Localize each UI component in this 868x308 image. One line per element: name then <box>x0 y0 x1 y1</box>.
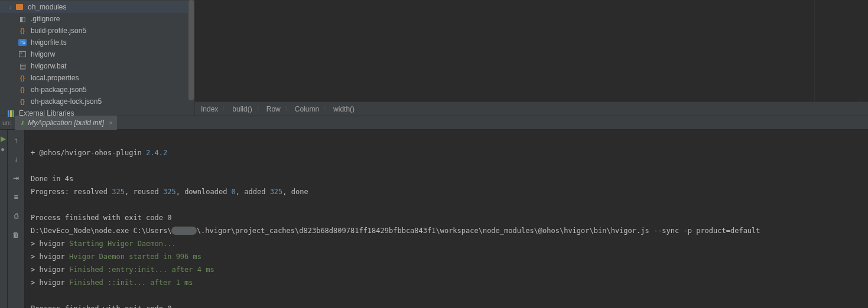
json-icon: {} <box>18 86 27 94</box>
json-icon: {} <box>18 74 27 82</box>
tree-file-oh-package[interactable]: {} oh-package.json5 <box>0 84 194 96</box>
project-sidebar: › oh_modules ◧ .gitignore {} build-profi… <box>0 0 195 116</box>
tree-label: build-profile.json5 <box>31 27 86 35</box>
console-toolbar: ↑ ↓ ⇥ ≡ ⎙ 🗑 <box>7 130 25 308</box>
tree-label: hvigorw.bat <box>31 62 67 70</box>
console-line: D:\DevEco_Node\node.exe C:\Users\xx\.hvi… <box>31 227 760 235</box>
editor-split-divider[interactable] <box>814 0 815 101</box>
run-tab-label: MyApplication [build init] <box>28 119 104 127</box>
chevron-right-icon: 〉 <box>285 105 291 113</box>
json-icon: {} <box>18 97 27 106</box>
json-icon: {} <box>18 27 27 35</box>
ts-icon: TS <box>18 38 27 47</box>
tree-label: .gitignore <box>31 15 60 23</box>
tree-file-gitignore[interactable]: ◧ .gitignore <box>0 13 194 25</box>
chevron-right-icon: 〉 <box>222 105 228 113</box>
play-icon[interactable]: ▶ <box>1 135 6 140</box>
tree-file-hvigorfile[interactable]: TS hvigorfile.ts <box>0 37 194 48</box>
folder-icon <box>15 3 24 11</box>
breadcrumb-item[interactable]: Column <box>295 105 319 113</box>
console-line: > hvigor Finished ::init... after 1 ms <box>31 278 193 287</box>
soft-wrap-icon[interactable]: ≡ <box>11 192 21 202</box>
redacted: xx <box>171 227 196 235</box>
terminal-icon <box>18 50 27 58</box>
tree-file-local-properties[interactable]: {} local.properties <box>0 72 194 84</box>
tree-label: hvigorfile.ts <box>31 38 67 47</box>
console-line: + @ohos/hvigor-ohos-plugin 2.4.2 <box>31 149 167 157</box>
breadcrumb-item[interactable]: width() <box>333 105 355 113</box>
sidebar-scrollbar[interactable] <box>188 0 194 116</box>
run-panel-label[interactable]: un: <box>0 119 15 126</box>
breadcrumb-item[interactable]: Index <box>201 105 218 113</box>
console-output[interactable]: + @ohos/hvigor-ohos-plugin 2.4.2 Done in… <box>25 130 868 308</box>
tree-file-hvigorw[interactable]: hvigorw <box>0 48 194 60</box>
tree-file-oh-package-lock[interactable]: {} oh-package-lock.json5 <box>0 96 194 107</box>
up-icon[interactable]: ↑ <box>11 136 21 145</box>
tree-label: local.properties <box>31 74 79 82</box>
down-icon[interactable]: ↓ <box>11 155 21 164</box>
chevron-right-icon: 〉 <box>256 105 262 113</box>
console-line: Done in 4s <box>31 175 73 183</box>
breadcrumb-item[interactable]: Row <box>266 105 281 113</box>
breadcrumb-item[interactable]: build() <box>232 105 252 113</box>
console-line: Process finished with exit code 0 <box>31 214 171 222</box>
tree-folder-oh-modules[interactable]: › oh_modules <box>0 1 194 13</box>
library-icon <box>6 109 15 117</box>
console-line: > hvigor Starting Hvigor Daemon... <box>31 240 176 248</box>
chevron-right-icon: › <box>8 4 14 11</box>
project-tree[interactable]: › oh_modules ◧ .gitignore {} build-profi… <box>0 0 194 119</box>
run-tab[interactable]: ⬇ MyApplication [build init] × <box>15 116 117 130</box>
tree-label: hvigorw <box>31 50 55 58</box>
console-line: > hvigor Hvigor Daemon started in 996 ms <box>31 253 201 261</box>
tree-label: oh-package-lock.json5 <box>31 97 102 106</box>
scrollbar-thumb[interactable] <box>188 0 194 100</box>
wrap-icon[interactable]: ⇥ <box>11 173 21 183</box>
debug-icon[interactable]: ● <box>1 145 6 151</box>
print-icon[interactable]: ⎙ <box>11 211 21 221</box>
gitignore-icon: ◧ <box>18 15 27 23</box>
chevron-right-icon: 〉 <box>323 105 329 113</box>
breadcrumb: Index 〉 build() 〉 Row 〉 Column 〉 width() <box>195 101 868 116</box>
download-icon: ⬇ <box>19 120 24 126</box>
tree-file-build-profile[interactable]: {} build-profile.json5 <box>0 25 194 37</box>
console-line: Process finished with exit code 0 <box>31 304 171 308</box>
editor-area: Index 〉 build() 〉 Row 〉 Column 〉 width() <box>195 0 868 116</box>
console-line: > hvigor Finished :entry:init... after 4… <box>31 266 214 274</box>
editor-right-gutter <box>860 0 868 101</box>
trash-icon[interactable]: 🗑 <box>11 230 21 240</box>
file-icon: ▤ <box>18 62 27 70</box>
editor-body[interactable] <box>195 0 868 101</box>
left-rail: ▶ ● <box>0 130 7 308</box>
close-icon[interactable]: × <box>109 119 112 126</box>
tree-file-hvigorw-bat[interactable]: ▤ hvigorw.bat <box>0 60 194 72</box>
tree-label: oh-package.json5 <box>31 86 87 94</box>
console-line: Progress: resolved 325, reused 325, down… <box>31 188 308 196</box>
tree-label: oh_modules <box>28 3 66 11</box>
